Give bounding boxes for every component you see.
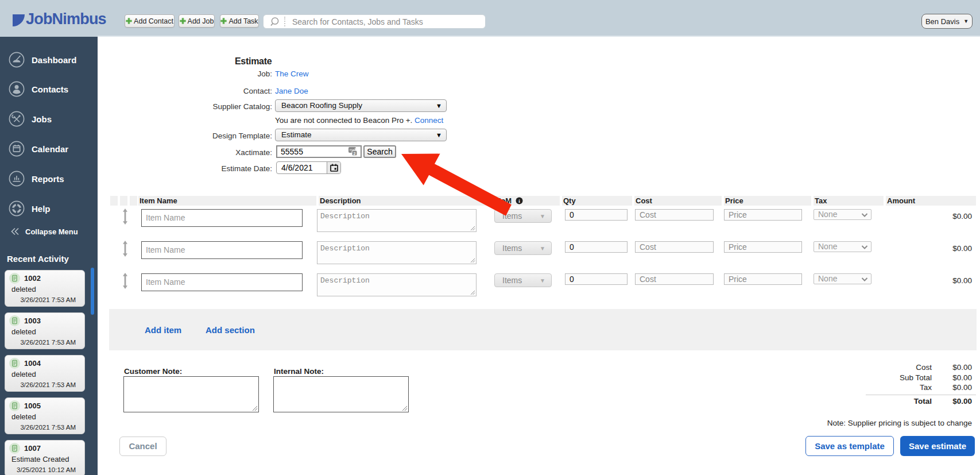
svg-text:2: 2: [354, 152, 356, 156]
